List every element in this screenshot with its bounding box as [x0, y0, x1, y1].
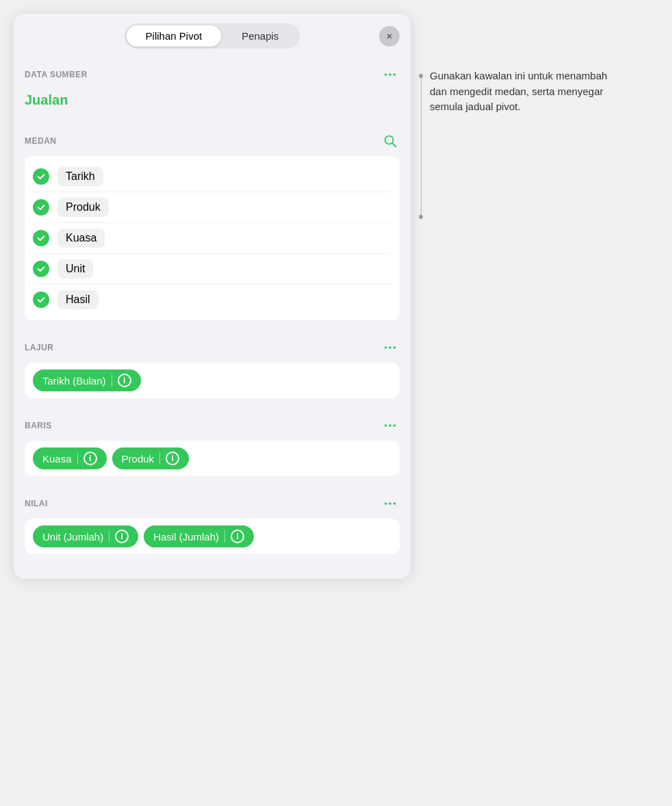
- info-button[interactable]: i: [118, 374, 131, 387]
- chip-divider: [109, 530, 109, 543]
- data-source-title: DATA SUMBER: [25, 70, 88, 79]
- field-chip-unit: Unit: [57, 259, 93, 278]
- check-circle-hasil: [33, 291, 49, 308]
- nilai-dots-icon: [383, 496, 398, 511]
- svg-point-6: [389, 346, 391, 349]
- baris-dots-icon: [383, 418, 398, 433]
- fields-search-button[interactable]: [380, 131, 400, 151]
- nilai-more-button[interactable]: [380, 494, 400, 513]
- svg-point-1: [389, 73, 391, 76]
- baris-title: BARIS: [25, 421, 52, 430]
- field-item-kuasa[interactable]: Kuasa: [33, 222, 391, 253]
- field-item-hasil[interactable]: Hasil: [33, 284, 391, 315]
- fields-header: MEDAN: [25, 125, 400, 156]
- svg-point-12: [389, 502, 391, 505]
- main-container: Pilihan Pivot Penapis × DATA SUMBER: [14, 14, 658, 579]
- chip-label: Unit (Jumlah): [42, 531, 103, 543]
- baris-box: Kuasa iProduk i: [25, 441, 400, 476]
- field-chip-hasil: Hasil: [57, 290, 99, 309]
- lajur-header: LAJUR: [25, 331, 400, 363]
- lajur-title: LAJUR: [25, 343, 54, 352]
- fields-section: MEDAN Tarikh: [25, 125, 400, 320]
- field-chip-kuasa: Kuasa: [57, 229, 105, 248]
- nilai-title: NILAI: [25, 499, 48, 508]
- chip-divider: [112, 374, 112, 387]
- svg-point-0: [385, 73, 387, 76]
- svg-point-11: [385, 502, 387, 505]
- check-circle-unit: [33, 261, 49, 277]
- chip-tarikh-bulan[interactable]: Tarikh (Bulan) i: [33, 369, 141, 391]
- baris-section: BARIS Kuasa iProduk i: [25, 409, 400, 476]
- field-item-unit[interactable]: Unit: [33, 253, 391, 284]
- info-button[interactable]: i: [115, 530, 129, 543]
- tab-header: Pilihan Pivot Penapis ×: [14, 14, 411, 58]
- annotation-dot-bottom: [419, 215, 423, 219]
- chip-label: Hasil (Jumlah): [153, 531, 219, 543]
- chip-kuasa[interactable]: Kuasa i: [33, 447, 107, 469]
- chip-produk[interactable]: Produk i: [112, 447, 190, 469]
- close-button[interactable]: ×: [379, 26, 400, 47]
- chip-label: Tarikh (Bulan): [42, 375, 106, 387]
- chip-divider: [159, 452, 160, 465]
- info-button[interactable]: i: [83, 452, 97, 465]
- data-source-section: DATA SUMBER Jualan: [25, 58, 400, 114]
- field-chip-tarikh: Tarikh: [57, 167, 103, 186]
- svg-point-7: [393, 346, 396, 349]
- search-icon: [383, 133, 398, 148]
- check-circle-produk: [33, 199, 49, 216]
- lajur-box: Tarikh (Bulan) i: [25, 363, 400, 398]
- svg-point-13: [393, 502, 396, 505]
- annotation-vertical-line: [421, 78, 422, 215]
- chip-divider: [77, 452, 78, 465]
- fields-box: Tarikh Produk Kuasa Unit: [25, 156, 400, 320]
- svg-point-2: [393, 73, 396, 76]
- svg-line-4: [392, 143, 396, 146]
- data-source-value: Jualan: [25, 90, 400, 114]
- baris-header: BARIS: [25, 409, 400, 441]
- data-source-header: DATA SUMBER: [25, 58, 400, 90]
- lajur-section: LAJUR Tarikh (Bulan) i: [25, 331, 400, 398]
- panel-content: DATA SUMBER Jualan MEDAN: [14, 58, 411, 579]
- info-button[interactable]: i: [166, 452, 179, 465]
- annotation-line: [419, 74, 423, 219]
- chip-unit-jumlah[interactable]: Unit (Jumlah) i: [33, 525, 138, 547]
- chip-hasil-jumlah[interactable]: Hasil (Jumlah) i: [144, 525, 254, 547]
- check-circle-kuasa: [33, 230, 49, 246]
- tab-group: Pilihan Pivot Penapis: [125, 23, 300, 49]
- svg-point-8: [385, 424, 387, 427]
- tab-penapis[interactable]: Penapis: [222, 25, 298, 47]
- chip-label: Kuasa: [42, 453, 72, 465]
- field-item-produk[interactable]: Produk: [33, 192, 391, 222]
- annotation-area: Gunakan kawalan ini untuk menambah dan m…: [419, 68, 658, 219]
- check-circle-tarikh: [33, 168, 49, 185]
- field-item-tarikh[interactable]: Tarikh: [33, 161, 391, 192]
- lajur-more-button[interactable]: [380, 338, 400, 357]
- annotation-text: Gunakan kawalan ini untuk menambah dan m…: [430, 68, 621, 115]
- svg-point-9: [389, 424, 391, 427]
- nilai-box: Unit (Jumlah) iHasil (Jumlah) i: [25, 519, 400, 554]
- lajur-dots-icon: [383, 340, 398, 355]
- three-dots-icon: [383, 67, 398, 82]
- chip-label: Produk: [122, 453, 155, 465]
- data-source-more-button[interactable]: [380, 65, 400, 84]
- svg-point-10: [393, 424, 396, 427]
- info-button[interactable]: i: [231, 530, 244, 543]
- baris-more-button[interactable]: [380, 416, 400, 435]
- field-chip-produk: Produk: [57, 198, 109, 217]
- tab-pilihan-pivot[interactable]: Pilihan Pivot: [127, 25, 222, 47]
- chip-divider: [224, 530, 225, 543]
- pivot-panel: Pilihan Pivot Penapis × DATA SUMBER: [14, 14, 411, 579]
- nilai-header: NILAI: [25, 487, 400, 519]
- svg-point-5: [385, 346, 387, 349]
- nilai-section: NILAI Unit (Jumlah) iHasil (Jumlah) i: [25, 487, 400, 554]
- fields-title: MEDAN: [25, 136, 57, 146]
